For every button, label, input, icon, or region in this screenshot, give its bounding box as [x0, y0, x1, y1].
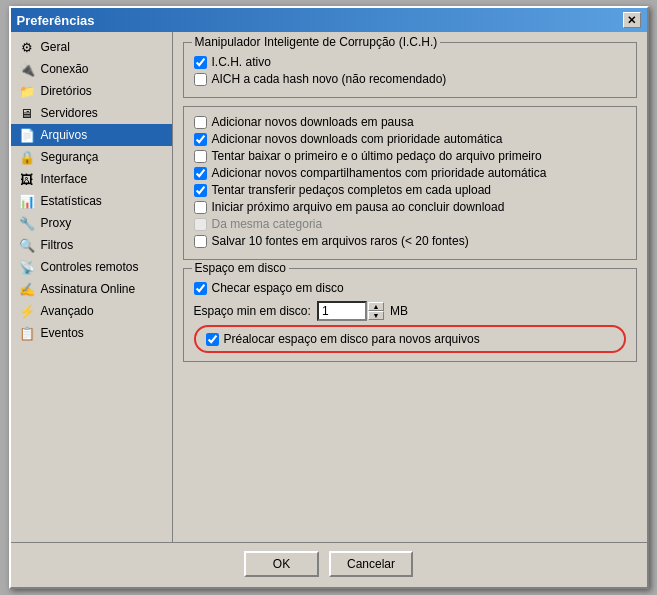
add_pausa-row: Adicionar novos downloads em pausa	[194, 115, 626, 129]
footer: OK Cancelar	[11, 542, 647, 587]
sidebar-item-avancado[interactable]: ⚡Avançado	[11, 300, 172, 322]
close-button[interactable]: ✕	[623, 12, 641, 28]
salvar_fontes-row: Salvar 10 fontes em arquivos raros (< 20…	[194, 234, 626, 248]
disk-section-title: Espaço em disco	[192, 261, 289, 275]
add_auto_prio-row: Adicionar novos downloads com prioridade…	[194, 132, 626, 146]
aich_hash-checkbox[interactable]	[194, 73, 207, 86]
ok-button[interactable]: OK	[244, 551, 319, 577]
transferir_pedacos-checkbox[interactable]	[194, 184, 207, 197]
sidebar-item-proxy[interactable]: 🔧Proxy	[11, 212, 172, 234]
sidebar: ⚙Geral🔌Conexão📁Diretórios🖥Servidores📄Arq…	[11, 32, 173, 542]
sidebar-item-eventos[interactable]: 📋Eventos	[11, 322, 172, 344]
disk-min-label: Espaço min em disco:	[194, 304, 311, 318]
checar-espaco-row: Checar espaço em disco	[194, 281, 626, 295]
files-section: Adicionar novos downloads em pausaAdicio…	[183, 106, 637, 260]
sidebar-label-proxy: Proxy	[41, 216, 72, 230]
add_auto_prio-checkbox[interactable]	[194, 133, 207, 146]
spin-down-button[interactable]: ▼	[368, 311, 384, 320]
cancel-button[interactable]: Cancelar	[329, 551, 413, 577]
spin-buttons: ▲ ▼	[368, 302, 384, 320]
sidebar-label-conexao: Conexão	[41, 62, 89, 76]
baixar_primeiro-label[interactable]: Tentar baixar o primeiro e o último peda…	[212, 149, 542, 163]
estatisticas-icon: 📊	[19, 193, 35, 209]
sidebar-label-arquivos: Arquivos	[41, 128, 88, 142]
preferences-window: Preferências ✕ ⚙Geral🔌Conexão📁Diretórios…	[9, 6, 649, 589]
filtros-icon: 🔍	[19, 237, 35, 253]
conexao-icon: 🔌	[19, 61, 35, 77]
sidebar-item-controles-remotos[interactable]: 📡Controles remotos	[11, 256, 172, 278]
sidebar-label-interface: Interface	[41, 172, 88, 186]
sidebar-item-servidores[interactable]: 🖥Servidores	[11, 102, 172, 124]
avancado-icon: ⚡	[19, 303, 35, 319]
ich_ativo-row: I.C.H. ativo	[194, 55, 626, 69]
sidebar-label-seguranca: Segurança	[41, 150, 99, 164]
salvar_fontes-label[interactable]: Salvar 10 fontes em arquivos raros (< 20…	[212, 234, 469, 248]
content-area: ⚙Geral🔌Conexão📁Diretórios🖥Servidores📄Arq…	[11, 32, 647, 542]
sidebar-item-filtros[interactable]: 🔍Filtros	[11, 234, 172, 256]
da_mesma-row: Da mesma categoria	[194, 217, 626, 231]
controles-remotos-icon: 📡	[19, 259, 35, 275]
ich-section: Manipulador Inteligente de Corrupção (I.…	[183, 42, 637, 98]
checar-espaco-checkbox[interactable]	[194, 282, 207, 295]
ich_ativo-checkbox[interactable]	[194, 56, 207, 69]
disk-input-wrap: ▲ ▼	[317, 301, 384, 321]
sidebar-item-conexao[interactable]: 🔌Conexão	[11, 58, 172, 80]
diretorios-icon: 📁	[19, 83, 35, 99]
baixar_primeiro-checkbox[interactable]	[194, 150, 207, 163]
sidebar-item-arquivos[interactable]: 📄Arquivos	[11, 124, 172, 146]
add_auto_prio-label[interactable]: Adicionar novos downloads com prioridade…	[212, 132, 503, 146]
prealocar-label[interactable]: Préalocar espaço em disco para novos arq…	[224, 332, 480, 346]
iniciar_proximo-label[interactable]: Iniciar próximo arquivo em pausa ao conc…	[212, 200, 505, 214]
da_mesma-label: Da mesma categoria	[212, 217, 323, 231]
disk-unit-label: MB	[390, 304, 408, 318]
sidebar-item-interface[interactable]: 🖼Interface	[11, 168, 172, 190]
aich_hash-row: AICH a cada hash novo (não recomendado)	[194, 72, 626, 86]
sidebar-label-eventos: Eventos	[41, 326, 84, 340]
sidebar-item-assinatura-online[interactable]: ✍Assinatura Online	[11, 278, 172, 300]
transferir_pedacos-label[interactable]: Tentar transferir pedaços completos em c…	[212, 183, 492, 197]
add_pausa-checkbox[interactable]	[194, 116, 207, 129]
sidebar-label-geral: Geral	[41, 40, 70, 54]
disk-section: Espaço em disco Checar espaço em disco E…	[183, 268, 637, 362]
baixar_primeiro-row: Tentar baixar o primeiro e o último peda…	[194, 149, 626, 163]
checar-espaco-label[interactable]: Checar espaço em disco	[212, 281, 344, 295]
da_mesma-checkbox	[194, 218, 207, 231]
assinatura-online-icon: ✍	[19, 281, 35, 297]
ich_ativo-label[interactable]: I.C.H. ativo	[212, 55, 271, 69]
proxy-icon: 🔧	[19, 215, 35, 231]
disk-min-input[interactable]	[317, 301, 367, 321]
arquivos-icon: 📄	[19, 127, 35, 143]
add_compartilhamentos-checkbox[interactable]	[194, 167, 207, 180]
salvar_fontes-checkbox[interactable]	[194, 235, 207, 248]
sidebar-label-diretorios: Diretórios	[41, 84, 92, 98]
sidebar-item-geral[interactable]: ⚙Geral	[11, 36, 172, 58]
window-title: Preferências	[17, 13, 95, 28]
sidebar-item-diretorios[interactable]: 📁Diretórios	[11, 80, 172, 102]
add_compartilhamentos-label[interactable]: Adicionar novos compartilhamentos com pr…	[212, 166, 547, 180]
disk-min-row: Espaço min em disco: ▲ ▼ MB	[194, 301, 626, 321]
add_compartilhamentos-row: Adicionar novos compartilhamentos com pr…	[194, 166, 626, 180]
sidebar-label-controles-remotos: Controles remotos	[41, 260, 139, 274]
seguranca-icon: 🔒	[19, 149, 35, 165]
interface-icon: 🖼	[19, 171, 35, 187]
sidebar-label-servidores: Servidores	[41, 106, 98, 120]
sidebar-label-filtros: Filtros	[41, 238, 74, 252]
sidebar-label-assinatura-online: Assinatura Online	[41, 282, 136, 296]
ich-section-title: Manipulador Inteligente de Corrupção (I.…	[192, 35, 441, 49]
sidebar-item-seguranca[interactable]: 🔒Segurança	[11, 146, 172, 168]
iniciar_proximo-row: Iniciar próximo arquivo em pausa ao conc…	[194, 200, 626, 214]
sidebar-label-avancado: Avançado	[41, 304, 94, 318]
transferir_pedacos-row: Tentar transferir pedaços completos em c…	[194, 183, 626, 197]
title-bar: Preferências ✕	[11, 8, 647, 32]
spin-up-button[interactable]: ▲	[368, 302, 384, 311]
main-panel: Manipulador Inteligente de Corrupção (I.…	[173, 32, 647, 542]
servidores-icon: 🖥	[19, 105, 35, 121]
aich_hash-label[interactable]: AICH a cada hash novo (não recomendado)	[212, 72, 447, 86]
sidebar-label-estatisticas: Estatísticas	[41, 194, 102, 208]
prealocar-checkbox[interactable]	[206, 333, 219, 346]
add_pausa-label[interactable]: Adicionar novos downloads em pausa	[212, 115, 414, 129]
iniciar_proximo-checkbox[interactable]	[194, 201, 207, 214]
prealocar-row: Préalocar espaço em disco para novos arq…	[194, 325, 626, 353]
sidebar-item-estatisticas[interactable]: 📊Estatísticas	[11, 190, 172, 212]
eventos-icon: 📋	[19, 325, 35, 341]
